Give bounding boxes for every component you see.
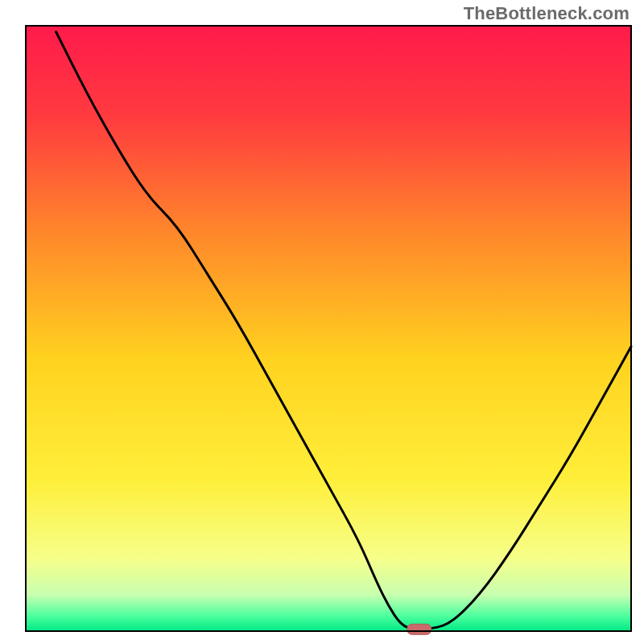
watermark-text: TheBottleneck.com <box>464 3 630 24</box>
bottleneck-chart <box>0 0 644 644</box>
chart-container: TheBottleneck.com <box>0 0 644 644</box>
optimal-marker <box>407 624 431 634</box>
plot-background <box>26 26 631 631</box>
